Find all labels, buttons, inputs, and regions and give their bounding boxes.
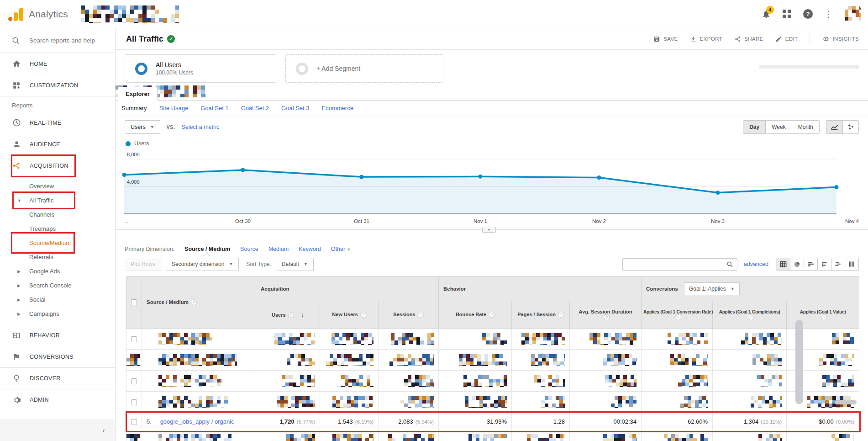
subnav-overview[interactable]: Overview: [0, 179, 115, 193]
source-medium-link[interactable]: google_jobs_apply / organic: [160, 418, 234, 425]
help-icon[interactable]: ?: [288, 312, 294, 318]
goal-selector-dropdown[interactable]: Goal 1: Applies ▼: [684, 282, 740, 295]
highlighted-row[interactable]: 5. google_jobs_apply / organic 1,720(5.7…: [126, 413, 859, 431]
checkbox[interactable]: [131, 336, 137, 342]
notifications-bell-icon[interactable]: 4: [762, 10, 771, 19]
dimension-medium[interactable]: Medium: [268, 246, 289, 252]
subnav-channels[interactable]: Channels: [0, 207, 115, 222]
select-metric-link[interactable]: Select a metric: [182, 124, 220, 130]
column-sessions[interactable]: Sessions?: [379, 301, 439, 329]
subnav-source-medium[interactable]: Source/Medium: [0, 236, 115, 250]
avatar[interactable]: [845, 6, 861, 22]
sort-type-dropdown[interactable]: Default ▼: [276, 258, 314, 271]
metric-dropdown[interactable]: Users ▼: [125, 120, 160, 134]
overflow-menu-icon[interactable]: ⋮: [825, 10, 833, 18]
edit-button[interactable]: EDIT: [775, 36, 798, 43]
tab-goal-set-1[interactable]: Goal Set 1: [200, 105, 228, 112]
row-checkbox-cell[interactable]: [126, 413, 142, 431]
column-bounce-rate[interactable]: Bounce Rate?: [439, 301, 512, 329]
search-button[interactable]: [723, 258, 737, 271]
help-icon[interactable]: ?: [821, 314, 827, 320]
sidebar-item-admin[interactable]: ADMIN: [0, 389, 115, 410]
row-checkbox-cell[interactable]: [126, 431, 142, 441]
table-filter-input[interactable]: [622, 258, 723, 271]
sidebar-item-customization[interactable]: CUSTOMIZATION: [0, 74, 115, 96]
term-cloud-view-icon[interactable]: [831, 258, 845, 270]
segment-all-users[interactable]: All Users 100.00% Users: [125, 54, 276, 83]
checkbox[interactable]: [131, 299, 137, 305]
help-icon[interactable]: ?: [748, 314, 754, 320]
chart-plot-area[interactable]: 4,0008,000: [124, 151, 859, 217]
tab-site-usage[interactable]: Site Usage: [159, 105, 189, 112]
sidebar-item-conversions[interactable]: CONVERSIONS: [0, 346, 115, 367]
granularity-day[interactable]: Day: [743, 121, 765, 133]
tab-goal-set-2[interactable]: Goal Set 2: [241, 105, 269, 112]
secondary-dimension-dropdown[interactable]: Secondary dimension ▼: [166, 258, 239, 271]
plot-rows-button[interactable]: Plot Rows: [125, 258, 161, 271]
row-checkbox-cell[interactable]: [126, 392, 142, 413]
checkbox[interactable]: [131, 419, 137, 425]
checkbox[interactable]: [131, 378, 137, 384]
account-switcher-redacted[interactable]: [81, 5, 179, 23]
help-icon[interactable]: ?: [418, 312, 424, 318]
add-segment-button[interactable]: + Add Segment: [285, 54, 443, 83]
select-all-checkbox-cell[interactable]: [126, 276, 142, 329]
scrollbar-thumb[interactable]: [835, 400, 857, 404]
subnav-google-ads[interactable]: ▶ Google Ads: [0, 264, 115, 278]
share-button[interactable]: SHARE: [734, 36, 763, 43]
subnav-treemaps[interactable]: Treemaps: [0, 222, 115, 236]
percentage-view-icon[interactable]: [790, 258, 804, 270]
subnav-campaigns[interactable]: ▶ Campaigns: [0, 307, 115, 321]
comparison-view-icon[interactable]: [817, 258, 831, 270]
table-scrollbar-thumb[interactable]: [795, 320, 803, 404]
data-view-icon[interactable]: [776, 258, 790, 270]
subnav-search-console[interactable]: ▶ Search Console: [0, 278, 115, 292]
apps-grid-icon[interactable]: [783, 10, 791, 18]
pivot-view-icon[interactable]: [845, 258, 858, 270]
sidebar-item-home[interactable]: HOME: [0, 53, 115, 74]
tab-explorer[interactable]: Explorer: [118, 87, 158, 101]
sidebar-search[interactable]: Search reports and help: [0, 28, 115, 53]
help-icon[interactable]: ?: [489, 312, 494, 318]
subnav-referrals[interactable]: Referrals: [0, 250, 115, 264]
subnav-social[interactable]: ▶ Social: [0, 292, 115, 307]
line-chart-icon[interactable]: [826, 121, 842, 133]
sidebar-collapse-button[interactable]: ‹: [0, 420, 115, 441]
column-goal-completions[interactable]: Applies (Goal 1 Completions)?: [713, 301, 787, 329]
motion-chart-icon[interactable]: [842, 121, 858, 133]
dimension-other[interactable]: Other ▼: [331, 246, 351, 252]
insights-button[interactable]: INSIGHTS: [822, 35, 859, 43]
sidebar-item-realtime[interactable]: REAL-TIME: [0, 112, 115, 133]
column-goal-conversion-rate[interactable]: Applies (Goal 1 Conversion Rate)?: [642, 301, 713, 329]
column-avg-session-duration[interactable]: Avg. Session Duration?: [570, 301, 642, 329]
column-pages-session[interactable]: Pages / Session?: [512, 301, 570, 329]
dimension-source-medium[interactable]: Source / Medium: [184, 246, 230, 252]
sidebar-item-discover[interactable]: DISCOVER: [0, 368, 115, 389]
tab-summary[interactable]: Summary: [121, 105, 147, 112]
row-checkbox-cell[interactable]: [126, 350, 142, 371]
help-icon[interactable]: ?: [558, 312, 564, 318]
help-icon[interactable]: ?: [803, 9, 813, 19]
row-checkbox-cell[interactable]: [126, 371, 142, 392]
advanced-filter-link[interactable]: advanced: [744, 261, 768, 267]
subnav-all-traffic[interactable]: ▼ All Traffic: [0, 193, 115, 207]
help-icon[interactable]: ?: [191, 299, 197, 305]
column-new-users[interactable]: New Users?: [320, 301, 379, 329]
dimension-keyword[interactable]: Keyword: [299, 246, 321, 252]
row-checkbox-cell[interactable]: [126, 329, 142, 350]
performance-view-icon[interactable]: [804, 258, 817, 270]
help-icon[interactable]: ?: [675, 314, 681, 320]
sidebar-item-audience[interactable]: AUDIENCE: [0, 133, 115, 155]
tab-goal-set-3[interactable]: Goal Set 3: [281, 105, 309, 112]
dimension-source[interactable]: Source: [240, 246, 258, 252]
granularity-week[interactable]: Week: [765, 121, 791, 133]
column-users[interactable]: Users?↓: [256, 301, 320, 329]
sidebar-item-behavior[interactable]: BEHAVIOR: [0, 324, 115, 346]
tab-ecommerce[interactable]: Ecommerce: [322, 105, 353, 112]
scrubber-handle[interactable]: ▼: [482, 227, 496, 233]
help-icon[interactable]: ?: [604, 314, 610, 320]
save-button[interactable]: SAVE: [653, 36, 678, 43]
granularity-month[interactable]: Month: [792, 121, 819, 133]
help-icon[interactable]: ?: [360, 312, 366, 318]
export-button[interactable]: EXPORT: [690, 36, 722, 43]
